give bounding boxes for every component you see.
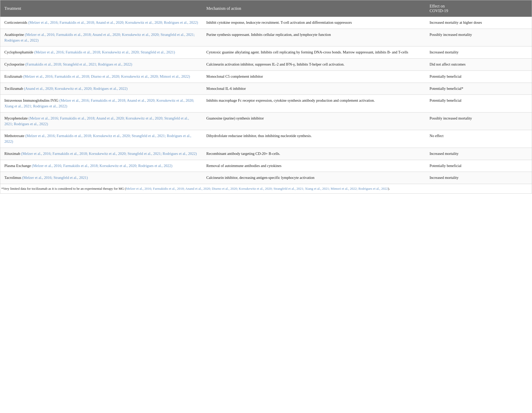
mechanism-cell: Dihydrofolate reductase inhibitor, thus … xyxy=(202,130,425,148)
treatment-citations: (Melzer et al., 2016; Farmakidis et al.,… xyxy=(34,50,175,54)
table-row: Corticosteroids (Melzer et al., 2016; Fa… xyxy=(0,17,532,29)
treatment-citations: (Melzer et al., 2016; Farmakidis et al.,… xyxy=(23,74,190,78)
treatment-cell: Cyclosporine (Farmakidis et al., 2018; S… xyxy=(0,59,202,71)
treatment-cell: Azathioprine (Melzer et al., 2016; Farma… xyxy=(0,29,202,46)
table-row: Tocilizumab (Anand et al., 2020; Korsuke… xyxy=(0,83,532,95)
main-table-container: Treatment Mechanism of action Effect on … xyxy=(0,0,532,194)
treatment-name: Plasma Exchange xyxy=(4,164,32,168)
mechanism-cell: Inhibits macrophage Fc receptor expressi… xyxy=(202,95,425,113)
effect-cell: Increased mortality xyxy=(425,148,532,160)
mechanism-cell: Monoclonal C5 complement inhibitor xyxy=(202,70,425,83)
treatment-citations: (Melzer et al., 2016; Farmakidis et al.,… xyxy=(28,20,198,25)
effect-cell: Increased mortality at higher doses xyxy=(425,17,532,29)
treatment-name: Intravenous Immunoglobulins IVIG xyxy=(4,98,59,102)
table-row: Mycophenolate (Melzer et al., 2016; Farm… xyxy=(0,112,532,130)
treatment-cell: Cyclophosphamide (Melzer et al., 2016; F… xyxy=(0,46,202,59)
mechanism-cell: Guanosine (purine) synthesis inhibitor xyxy=(202,112,425,130)
mechanism-cell: Recombinant antibody targeting CD-20+ B-… xyxy=(202,148,425,160)
treatment-citations: (Melzer et al., 2016; Farmakidis et al.,… xyxy=(4,33,195,42)
col-header-mechanism: Mechanism of action xyxy=(202,0,425,17)
treatment-cell: Corticosteroids (Melzer et al., 2016; Fa… xyxy=(0,17,202,29)
effect-cell: Did not affect outcomes xyxy=(425,59,532,71)
effect-cell: Potentially beneficial xyxy=(425,95,532,113)
table-row: Cyclosporine (Farmakidis et al., 2018; S… xyxy=(0,59,532,71)
treatment-citations: (Melzer et al., 2016; Farmakidis et al.,… xyxy=(4,116,189,126)
treatment-cell: Intravenous Immunoglobulins IVIG (Melzer… xyxy=(0,95,202,113)
footnote-citations: Melzer et al., 2016; Farmakidis et al., … xyxy=(126,187,388,190)
footnote-end: ). xyxy=(388,187,390,190)
treatment-name: Cyclosporine xyxy=(4,62,25,66)
col-header-treatment: Treatment xyxy=(0,0,202,17)
table-body: Corticosteroids (Melzer et al., 2016; Fa… xyxy=(0,17,532,184)
table-row: Rituximab (Melzer et al., 2016; Farmakid… xyxy=(0,148,532,160)
effect-cell: Increased mortality xyxy=(425,46,532,59)
mechanism-cell: Calcineurin activation inhibitor, suppre… xyxy=(202,59,425,71)
treatment-name: Tocilizumab xyxy=(4,86,24,91)
treatment-citations: (Melzer et al., 2016; Farmakidis et al.,… xyxy=(32,164,172,168)
table-row: Intravenous Immunoglobulins IVIG (Melzer… xyxy=(0,95,532,113)
treatment-cell: Methotrexate (Melzer et al., 2016; Farma… xyxy=(0,130,202,148)
treatment-cell: Tocilizumab (Anand et al., 2020; Korsuke… xyxy=(0,83,202,95)
effect-cell: No effect xyxy=(425,130,532,148)
treatment-citations: (Melzer et al., 2016; Farmakidis et al.,… xyxy=(21,152,197,156)
treatment-name: Rituximab xyxy=(4,152,21,156)
treatments-table: Treatment Mechanism of action Effect on … xyxy=(0,0,532,184)
treatment-cell: Eculizumab (Melzer et al., 2016; Farmaki… xyxy=(0,70,202,83)
table-row: Plasma Exchange (Melzer et al., 2016; Fa… xyxy=(0,160,532,172)
treatment-name: Corticosteroids xyxy=(4,20,28,25)
treatment-name: Cyclophosphamide xyxy=(4,50,34,54)
mechanism-cell: Purine synthesis suppressant. Inhibits c… xyxy=(202,29,425,46)
treatment-citations: (Anand et al., 2020; Korsukewitz et al.,… xyxy=(24,86,127,91)
effect-cell: Potentially beneficial xyxy=(425,160,532,172)
table-footnote: *Very limited data for tocilizumab as it… xyxy=(0,184,532,193)
table-header-row: Treatment Mechanism of action Effect on … xyxy=(0,0,532,17)
col-header-effect: Effect on COVID-19 xyxy=(425,0,532,17)
effect-cell: Possibly increased mortality xyxy=(425,112,532,130)
table-row: Azathioprine (Melzer et al., 2016; Farma… xyxy=(0,29,532,46)
treatment-cell: Plasma Exchange (Melzer et al., 2016; Fa… xyxy=(0,160,202,172)
effect-cell: Potentially beneficial xyxy=(425,70,532,83)
treatment-cell: Mycophenolate (Melzer et al., 2016; Farm… xyxy=(0,112,202,130)
effect-cell: Possibly increased mortality xyxy=(425,29,532,46)
treatment-name: Azathioprine xyxy=(4,33,25,37)
table-row: Tacrolimus (Melzer et al., 2016; Strangf… xyxy=(0,172,532,184)
mechanism-cell: Cytotoxic guanine alkylating agent. Inhi… xyxy=(202,46,425,59)
treatment-citations: (Farmakidis et al., 2018; Strangfeld et … xyxy=(25,62,132,66)
treatment-citations: (Melzer et al., 2016; Strangfeld et al.,… xyxy=(22,176,88,180)
treatment-citations: (Melzer et al., 2016; Farmakidis et al.,… xyxy=(4,134,191,144)
table-row: Eculizumab (Melzer et al., 2016; Farmaki… xyxy=(0,70,532,83)
effect-cell: Increased mortality xyxy=(425,172,532,184)
treatment-name: Eculizumab xyxy=(4,74,23,78)
mechanism-cell: Inhibit cytokine response, leukocyte rec… xyxy=(202,17,425,29)
effect-cell: Potentially beneficial* xyxy=(425,83,532,95)
treatment-name: Mycophenolate xyxy=(4,116,29,120)
mechanism-cell: Monoclonal IL-6 inhibitor xyxy=(202,83,425,95)
treatment-cell: Tacrolimus (Melzer et al., 2016; Strangf… xyxy=(0,172,202,184)
mechanism-cell: Removal of autoimmune antibodies and cyt… xyxy=(202,160,425,172)
treatment-name: Tacrolimus xyxy=(4,176,22,180)
treatment-name: Methotrexate xyxy=(4,134,25,138)
table-row: Methotrexate (Melzer et al., 2016; Farma… xyxy=(0,130,532,148)
table-row: Cyclophosphamide (Melzer et al., 2016; F… xyxy=(0,46,532,59)
mechanism-cell: Calcineurin inhibitor, decreasing antige… xyxy=(202,172,425,184)
footnote-text: *Very limited data for tocilizumab as it… xyxy=(1,187,126,190)
treatment-cell: Rituximab (Melzer et al., 2016; Farmakid… xyxy=(0,148,202,160)
